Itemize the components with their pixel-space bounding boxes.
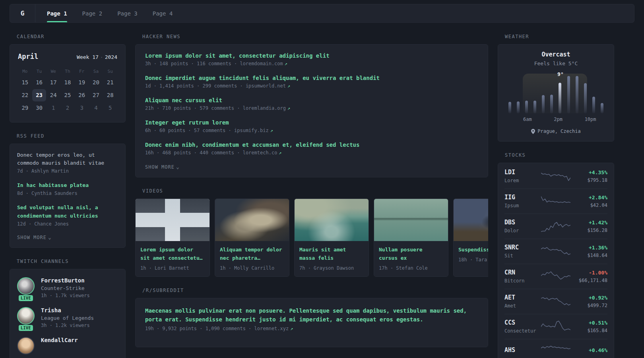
hackernews-item-domain[interactable]: ipsumworld.net [246,83,286,89]
page-tab[interactable]: Page 1 [39,4,75,22]
weather-bar [559,83,561,113]
stock-row[interactable]: AHS +0.46% [504,339,607,358]
time-tick-label [547,117,554,122]
hackernews-item: Donec imperdiet augue tincidunt felis al… [145,75,478,89]
stock-name: Lorem [504,178,541,183]
hackernews-item-domain[interactable]: loremlandia.org [243,105,286,111]
stock-row[interactable]: DBS Dolor +1.42% $156.28 [504,214,607,239]
calendar-day: 18 [60,76,75,89]
twitch-channel-row[interactable]: KendallCarr [17,337,118,354]
weather-bar-slot [542,75,545,113]
stock-name: Amet [504,303,541,309]
weather-bar-slot [567,75,570,113]
rss-item-title[interactable]: Donec tempor eros leo, ut commodo mauris… [17,151,118,167]
hackernews-item-meta: 3h · 148 points · 116 comments · loremdo… [145,61,478,66]
hackernews-item-domain[interactable]: loremdomain.com [240,61,283,66]
middle-column: HACKER NEWS Lorem ipsum dolor sit amet, … [135,34,488,358]
weather-bar-slot [508,75,511,113]
video-thumbnail[interactable] [136,199,209,241]
hackernews-item-title[interactable]: Integer eget rutrum lorem [145,119,478,126]
weekday-label: Fr [75,67,89,76]
video-card[interactable]: Lorem ipsum dolor sit amet consectetu… 1… [135,198,210,277]
weather-bar-slot [517,75,520,113]
video-card[interactable]: Mauris sit amet massa felis 7h · Grayson… [294,198,369,277]
subreddit-post-title[interactable]: Maecenas mollis pulvinar erat non posuer… [145,306,478,324]
hackernews-item-title[interactable]: Donec imperdiet augue tincidunt felis al… [145,75,478,81]
stock-price: $66,171.48 [570,278,607,283]
stock-change: +1.42% [570,220,607,226]
weather-bar-slot [525,75,528,113]
subreddit-post-domain[interactable]: loremnet.xyz [254,326,289,331]
rss-item-title[interactable]: In hac habitasse platea [17,181,118,189]
calendar-day: 28 [103,89,117,101]
left-column: CALENDAR April Week 17·2024 MoTuWeThFrSa… [10,34,126,358]
stock-name: Ipsum [504,203,541,208]
dashboard-content: CALENDAR April Week 17·2024 MoTuWeThFrSa… [10,34,614,358]
video-thumbnail[interactable] [295,199,369,241]
hackernews-item-title[interactable]: Lorem ipsum dolor sit amet, consectetur … [145,53,478,59]
calendar-day: 22 [18,89,32,101]
channel-viewers: 1h · 1.7k viewers [41,293,90,298]
calendar-day: 26 [75,89,89,101]
twitch-channel-row[interactable]: LIVE ForrestBurton Counter-Strike 1h · 1… [17,277,118,298]
rss-card: Donec tempor eros leo, ut commodo mauris… [10,144,126,248]
stock-row[interactable]: CRN Bitcorn -1.00% $66,171.48 [504,264,607,289]
stock-sparkline [541,321,570,333]
channel-name[interactable]: Trisha [41,307,94,313]
stock-row[interactable]: IIG Ipsum +2.84% $42.04 [504,189,607,214]
hackernews-show-more-button[interactable]: SHOW MORE⌄ [145,164,478,170]
page-tabs: Page 1 Page 2 Page 3 Page 4 [35,4,180,22]
stock-row[interactable]: SNRC Sit +1.36% $148.64 [504,239,607,264]
stock-name: Bitcorn [504,278,541,284]
rss-show-more-button[interactable]: SHOW MORE⌄ [17,234,118,240]
page-tab[interactable]: Page 2 [75,4,110,22]
weather-bar [601,103,603,113]
stocks-card: LDI Lorem +4.35% $795.18 IIG Ipsum [498,163,614,358]
video-meta: 1h · Molly Carrillo [220,265,284,271]
video-title[interactable]: Lorem ipsum dolor sit amet consectetu… [140,246,205,263]
hackernews-item-title[interactable]: Donec enim nibh, condimentum et accumsan… [145,142,478,148]
hackernews-item-domain[interactable]: ipsumify.biz [234,128,269,133]
video-thumbnail[interactable] [215,199,289,241]
channel-name[interactable]: ForrestBurton [41,277,90,284]
video-title[interactable]: Nullam posuere cursus ex [379,246,443,263]
weather-bar-slot [576,75,578,113]
page-tab[interactable]: Page 3 [110,4,145,22]
video-title[interactable]: Aliquam tempor dolor nec pharetra… [220,246,284,263]
stock-sparkline [541,245,570,257]
twitch-channel-row[interactable]: LIVE Trisha League of Legends 3h · 1.2k … [17,307,118,328]
top-navigation-bar: G Page 1 Page 2 Page 3 Page 4 [10,4,634,23]
video-title[interactable]: Suspendisse diam [458,246,488,254]
weekday-label: Su [103,67,117,76]
app-logo[interactable]: G [10,4,35,22]
stock-row[interactable]: LDI Lorem +4.35% $795.18 [504,164,607,189]
calendar-day: 20 [89,76,103,89]
stock-row[interactable]: AET Amet +0.92% $499.72 [504,289,607,314]
stock-row[interactable]: CCS Consectetur +0.51% $165.84 [504,314,607,339]
video-card[interactable]: Suspendisse diam 18h · Tara [453,198,488,277]
rss-item-meta: 8d · Cynthia Saunders [17,191,118,196]
calendar-day: 29 [18,102,32,114]
weather-card: Overcast Feels like 5°C 9° [498,44,614,142]
stock-price: $148.64 [570,253,607,258]
hackernews-item-meta: 16h · 468 points · 440 comments · loremt… [145,150,478,156]
stock-price: $165.84 [570,328,607,333]
channel-viewers: 3h · 1.2k viewers [41,323,94,328]
hackernews-item-domain[interactable]: loremtech.co [243,150,277,156]
video-title[interactable]: Mauris sit amet massa felis [299,246,364,263]
video-meta: 18h · Tara [458,257,488,263]
page-tab[interactable]: Page 4 [145,4,180,22]
calendar-card: April Week 17·2024 MoTuWeThFrSaSu 151617… [10,44,126,123]
video-thumbnail[interactable] [374,199,448,241]
stock-sparkline [541,344,570,356]
video-card[interactable]: Nullam posuere cursus ex 17h · Stefan Co… [374,198,448,277]
video-thumbnail[interactable] [454,199,488,241]
subreddit-post: Maecenas mollis pulvinar erat non posuer… [145,306,478,332]
rss-item-title[interactable]: Sed volutpat nulla nisl, a condimentum n… [17,204,118,220]
video-card[interactable]: Aliquam tempor dolor nec pharetra… 1h · … [215,198,289,277]
stock-symbol: CCS [504,319,541,326]
external-link-icon: ↗ [290,326,293,331]
hackernews-item-title[interactable]: Aliquam nec cursus elit [145,97,478,103]
channel-name[interactable]: KendallCarr [41,337,78,343]
time-tick-label [532,117,539,122]
